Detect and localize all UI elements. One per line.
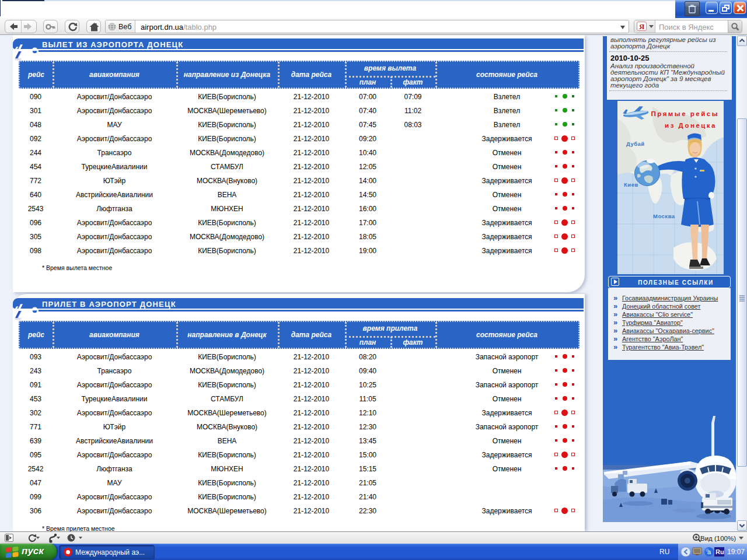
svg-text:a: a (707, 548, 711, 555)
svg-text:Дубай: Дубай (626, 141, 645, 147)
svg-text:Москва: Москва (653, 213, 675, 219)
svg-text:Киев: Киев (624, 181, 638, 188)
svg-text:Прямые рейсы: Прямые рейсы (651, 110, 719, 117)
svg-text:из Донецка: из Донецка (665, 122, 717, 129)
